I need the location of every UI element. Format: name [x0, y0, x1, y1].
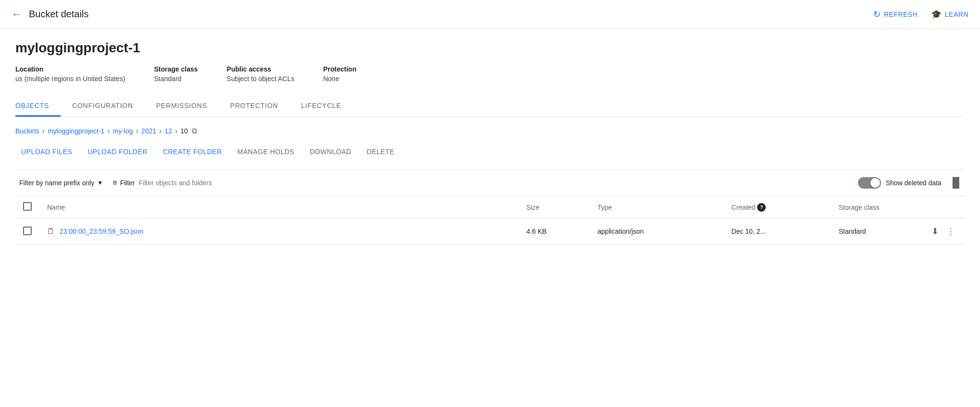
show-deleted-toggle-wrapper: Show deleted data [858, 177, 942, 189]
row-storage-class: Standard [831, 218, 922, 245]
download-row-button[interactable]: ⬇ [930, 224, 941, 239]
tab-protection[interactable]: PROTECTION [219, 96, 290, 117]
filter-right: Show deleted data ▐▌ [858, 175, 965, 190]
breadcrumb-10: 10 [181, 127, 188, 135]
filter-dropdown[interactable]: Filter by name prefix only ▼ [15, 176, 107, 190]
main-content: myloggingproject-1 Location us (multiple… [0, 29, 980, 256]
toggle-knob [870, 178, 880, 188]
refresh-label: REFRESH [884, 11, 918, 18]
file-document-icon: 🗒 [47, 227, 55, 236]
row-actions: ⬇ ⋮ [930, 224, 957, 239]
breadcrumb-sep-4: › [175, 127, 177, 135]
public-access-value: Subject to object ACLs [227, 75, 294, 83]
th-actions [922, 196, 965, 218]
th-created: Created ? [724, 196, 831, 218]
back-button[interactable]: ← [12, 9, 22, 20]
row-created: Dec 10, 2... [724, 218, 831, 245]
learn-button[interactable]: 🎓 LEARN [931, 9, 968, 20]
learn-label: LEARN [945, 11, 968, 18]
row-checkbox-cell [15, 218, 39, 245]
breadcrumb-2021[interactable]: 2021 [141, 127, 156, 135]
table-row: 🗒 23:00:00_23:59:59_SO.json 4.6 KB appli… [15, 218, 965, 245]
row-name: 🗒 23:00:00_23:59:59_SO.json [39, 218, 519, 245]
tab-bar: OBJECTS CONFIGURATION PERMISSIONS PROTEC… [15, 96, 965, 117]
breadcrumb: Buckets › myloggingproject-1 › my-log › … [15, 127, 965, 135]
row-size: 4.6 KB [519, 218, 590, 245]
refresh-button[interactable]: ↻ REFRESH [873, 9, 918, 20]
upload-folder-button[interactable]: UPLOAD FOLDER [82, 144, 153, 159]
more-options-button[interactable]: ⋮ [944, 224, 957, 239]
row-checkbox[interactable] [23, 227, 32, 235]
filter-input[interactable] [139, 179, 852, 187]
filter-lines-icon: ≡ [112, 179, 117, 187]
breadcrumb-project[interactable]: myloggingproject-1 [48, 127, 104, 135]
refresh-icon: ↻ [873, 9, 881, 20]
filter-icon-label: ≡ Filter [112, 179, 135, 187]
public-access-label: Public access [227, 65, 294, 73]
location-label: Location [15, 65, 125, 73]
copy-path-icon[interactable]: ⧉ [192, 127, 197, 135]
action-bar: UPLOAD FILES UPLOAD FOLDER CREATE FOLDER… [15, 144, 965, 159]
header-left: ← Bucket details [12, 9, 89, 20]
filter-dropdown-label: Filter by name prefix only [19, 179, 94, 187]
row-type: application/json [590, 218, 724, 245]
storage-class-value: Standard [154, 75, 198, 83]
breadcrumb-sep-2: › [136, 127, 138, 135]
protection-info: Protection None [323, 65, 356, 83]
upload-files-button[interactable]: UPLOAD FILES [15, 144, 78, 159]
breadcrumb-mylog[interactable]: my-log [113, 127, 133, 135]
th-type: Type [590, 196, 724, 218]
public-access-info: Public access Subject to object ACLs [227, 65, 294, 83]
row-actions-cell: ⬇ ⋮ [922, 218, 965, 245]
filter-input-wrapper: ≡ Filter [112, 179, 852, 187]
density-icon[interactable]: ▐▌ [947, 175, 965, 190]
filter-text-label: Filter [120, 179, 135, 187]
protection-label: Protection [323, 65, 356, 73]
th-size: Size [519, 196, 590, 218]
tab-configuration[interactable]: CONFIGURATION [61, 96, 145, 117]
download-button[interactable]: DOWNLOAD [304, 144, 357, 159]
tab-lifecycle[interactable]: LIFECYCLE [290, 96, 353, 117]
breadcrumb-sep-0: › [42, 127, 45, 135]
th-name: Name [39, 196, 519, 218]
objects-table: Name Size Type Created ? Storage class 🗒 [15, 196, 965, 245]
location-info: Location us (multiple regions in United … [15, 65, 125, 83]
bucket-metadata: Location us (multiple regions in United … [15, 65, 965, 83]
tab-objects[interactable]: OBJECTS [15, 96, 61, 117]
header-right: ↻ REFRESH 🎓 LEARN [873, 9, 968, 20]
created-info-icon[interactable]: ? [757, 203, 766, 212]
th-storage-class: Storage class [831, 196, 922, 218]
delete-button[interactable]: DELETE [361, 144, 400, 159]
breadcrumb-sep-1: › [107, 127, 110, 135]
bucket-name: myloggingproject-1 [15, 40, 965, 56]
chevron-down-icon: ▼ [97, 180, 103, 186]
storage-class-label: Storage class [154, 65, 198, 73]
th-created-label: Created [732, 204, 756, 211]
create-folder-button[interactable]: CREATE FOLDER [157, 144, 228, 159]
breadcrumb-buckets[interactable]: Buckets [15, 127, 39, 135]
show-deleted-label: Show deleted data [886, 179, 942, 187]
page-title: Bucket details [29, 9, 89, 20]
storage-class-info: Storage class Standard [154, 65, 198, 83]
breadcrumb-12[interactable]: 12 [165, 127, 172, 135]
select-all-checkbox[interactable] [23, 202, 32, 211]
protection-value: None [323, 75, 356, 83]
manage-holds-button[interactable]: MANAGE HOLDS [232, 144, 300, 159]
th-checkbox [15, 196, 39, 218]
file-name-link[interactable]: 23:00:00_23:59:59_SO.json [60, 227, 143, 235]
breadcrumb-current: 10 ⧉ [181, 127, 197, 135]
file-name-wrapper: 🗒 23:00:00_23:59:59_SO.json [47, 227, 143, 236]
page-header: ← Bucket details ↻ REFRESH 🎓 LEARN [0, 0, 980, 29]
breadcrumb-sep-3: › [159, 127, 161, 135]
learn-icon: 🎓 [931, 9, 942, 20]
filter-row: Filter by name prefix only ▼ ≡ Filter Sh… [15, 169, 965, 196]
location-value: us (multiple regions in United States) [15, 75, 125, 83]
tab-permissions[interactable]: PERMISSIONS [145, 96, 219, 117]
show-deleted-toggle[interactable] [858, 177, 881, 189]
